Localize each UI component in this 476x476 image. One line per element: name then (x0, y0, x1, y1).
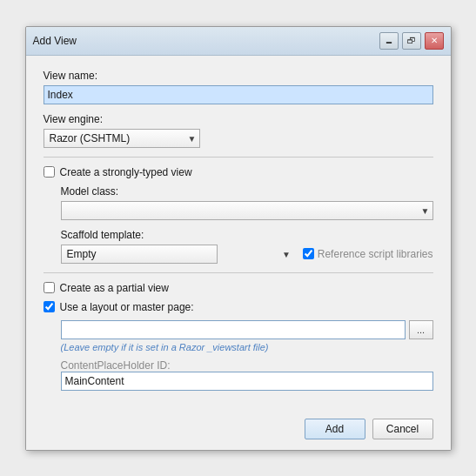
partial-view-checkbox[interactable] (44, 282, 55, 293)
browse-button[interactable]: ... (409, 320, 433, 339)
layout-hint: (Leave empty if it is set in a Razor _vi… (61, 342, 433, 352)
model-class-select-wrapper: ▼ (61, 201, 433, 220)
contentplaceholder-label: ContentPlaceHolder ID: (61, 359, 171, 372)
strongly-typed-row: Create a strongly-typed view (44, 166, 433, 178)
model-class-select[interactable] (61, 201, 433, 220)
partial-view-row: Create as a partial view (44, 282, 433, 294)
view-engine-group: View engine: Razor (CSHTML) ASPX Other ▼ (44, 113, 433, 148)
divider-2 (44, 272, 433, 273)
view-name-label: View name: (44, 70, 433, 82)
scaffold-select-arrow: ▼ (282, 249, 291, 258)
use-layout-checkbox[interactable] (44, 301, 55, 312)
close-button[interactable]: ✕ (425, 32, 444, 50)
view-name-group: View name: (44, 70, 433, 104)
strongly-typed-label: Create a strongly-typed view (60, 166, 192, 178)
layout-path-input[interactable] (61, 320, 406, 339)
title-bar-buttons: 🗕 🗗 ✕ (379, 32, 444, 50)
scaffold-template-select[interactable]: Empty Create Delete Details Edit List (61, 245, 218, 264)
cancel-button[interactable]: Cancel (372, 419, 433, 439)
view-engine-label: View engine: (44, 113, 433, 125)
dialog-body: View name: View engine: Razor (CSHTML) A… (26, 56, 451, 412)
dialog-title: Add View (33, 35, 77, 47)
partial-view-label: Create as a partial view (60, 282, 169, 294)
model-class-label: Model class: (61, 185, 433, 198)
view-engine-select[interactable]: Razor (CSHTML) ASPX Other (44, 129, 200, 148)
dialog-footer: Add Cancel (26, 412, 451, 450)
add-button[interactable]: Add (305, 419, 365, 439)
reference-scripts-label: Reference script libraries (318, 248, 433, 260)
model-class-group: Model class: ▼ (61, 185, 433, 220)
strongly-typed-checkbox[interactable] (44, 166, 55, 178)
scaffold-select-wrapper: Empty Create Delete Details Edit List ▼ (61, 245, 294, 264)
add-view-dialog: Add View 🗕 🗗 ✕ View name: View engine: R… (25, 26, 452, 451)
scaffold-template-group: Scaffold template: Empty Create Delete D… (61, 229, 433, 264)
use-layout-row: Use a layout or master page: (44, 301, 433, 313)
layout-section: ... (Leave empty if it is set in a Razor… (44, 320, 433, 352)
view-name-input[interactable] (44, 85, 433, 104)
minimize-button[interactable]: 🗕 (379, 32, 399, 50)
divider-1 (44, 157, 433, 158)
typed-view-section: Model class: ▼ Scaffold template: Empty … (44, 185, 433, 264)
use-layout-label: Use a layout or master page: (60, 301, 194, 313)
contentplaceholder-input[interactable] (61, 372, 433, 391)
scaffold-template-label: Scaffold template: (61, 229, 433, 241)
layout-input-row: ... (61, 320, 433, 339)
reference-scripts-checkbox[interactable] (303, 248, 314, 259)
view-engine-select-wrapper: Razor (CSHTML) ASPX Other ▼ (44, 129, 200, 148)
scaffold-row: Empty Create Delete Details Edit List ▼ … (61, 245, 433, 264)
title-bar: Add View 🗕 🗗 ✕ (26, 27, 451, 56)
contentplaceholder-group: ContentPlaceHolder ID: (44, 359, 433, 391)
reference-scripts-row: Reference script libraries (303, 248, 433, 260)
restore-button[interactable]: 🗗 (402, 32, 421, 50)
